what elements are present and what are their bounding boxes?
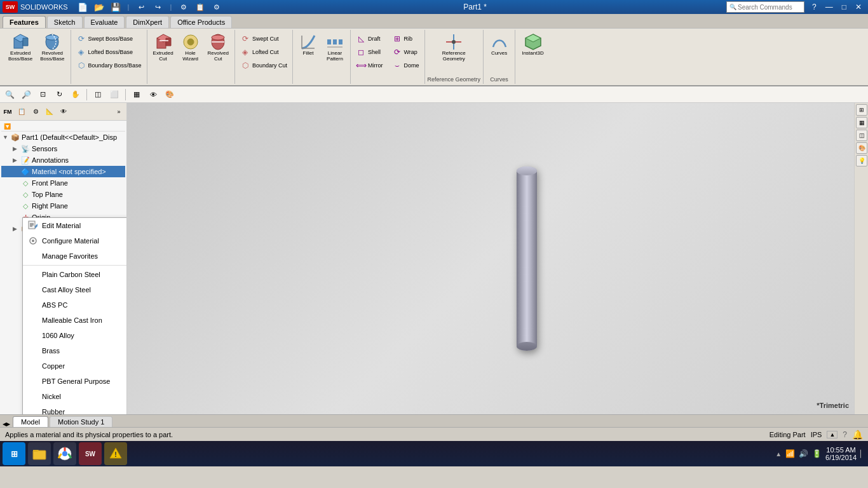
display-pane-btn[interactable]: ▦ xyxy=(856,117,867,128)
ctx-configure-material[interactable]: Configure Material xyxy=(23,233,127,248)
save-btn[interactable]: 💾 xyxy=(109,0,123,14)
tray-arrow[interactable]: ▲ xyxy=(775,451,782,458)
dome-btn[interactable]: ⌣ Dome xyxy=(390,59,422,72)
tree-item-front-plane[interactable]: ◇ Front Plane xyxy=(1,177,125,189)
view-settings-btn[interactable]: ⊞ xyxy=(856,104,867,116)
scene-btn[interactable]: 💡 xyxy=(856,155,867,166)
help-btn[interactable]: ? xyxy=(808,1,820,13)
ctx-abs-pc[interactable]: ABS PC xyxy=(23,297,127,313)
ctx-manage-favorites[interactable]: Manage Favorites xyxy=(23,248,127,264)
tab-dimxpert[interactable]: DimXpert xyxy=(126,16,169,28)
units-toggle-btn[interactable]: ▲ xyxy=(827,431,837,438)
minimize-btn[interactable]: — xyxy=(822,1,837,13)
swept-cut-btn[interactable]: ⟳ Swept Cut xyxy=(238,32,290,45)
ctx-pbt[interactable]: PBT General Purpose xyxy=(23,374,127,389)
tree-item-part1[interactable]: ▼ 📦 Part1 (Default<<Default>_Disp xyxy=(1,132,125,143)
file-props-btn[interactable]: 📋 xyxy=(193,0,207,14)
tab-features[interactable]: Features xyxy=(3,16,46,28)
display-manager-btn[interactable]: 👁 xyxy=(57,105,70,118)
rib-btn[interactable]: ⊞ Rib xyxy=(390,32,422,45)
boundary-boss-base-btn[interactable]: ⬡ Boundary Boss/Base xyxy=(74,59,144,72)
boundary-cut-btn[interactable]: ⬡ Boundary Cut xyxy=(238,59,290,72)
ctx-nickel[interactable]: Nickel xyxy=(23,389,127,404)
section-view-btn[interactable]: ◫ xyxy=(91,88,105,102)
taskbar-yellow-app[interactable] xyxy=(104,442,127,465)
tree-item-sensors[interactable]: ▶ 📡 Sensors xyxy=(1,143,125,154)
lofted-boss-base-btn[interactable]: ◈ Lofted Boss/Base xyxy=(74,46,144,58)
curves-icon xyxy=(491,33,508,51)
new-file-btn[interactable]: 📄 xyxy=(76,0,90,14)
tab-motion-study-1[interactable]: Motion Study 1 xyxy=(50,416,112,427)
help-right-btn[interactable]: ? xyxy=(843,430,847,439)
config-manager-btn[interactable]: ⚙ xyxy=(29,105,42,118)
tab-model[interactable]: Model xyxy=(13,416,48,427)
tree-item-top-plane[interactable]: ◇ Top Plane xyxy=(1,189,125,200)
ctx-malleable-cast-iron[interactable]: Malleable Cast Iron xyxy=(23,313,127,328)
draft-btn[interactable]: ◺ Draft xyxy=(353,32,386,45)
restore-btn[interactable]: □ xyxy=(838,1,850,13)
hole-wizard-btn[interactable]: HoleWizard xyxy=(178,31,203,64)
appearance-right-btn[interactable]: 🎨 xyxy=(856,142,867,154)
revolved-boss-base-btn[interactable]: RevolvedBoss/Base xyxy=(37,31,67,64)
redo-btn[interactable]: ↪ xyxy=(151,0,165,14)
property-manager-btn[interactable]: 📋 xyxy=(15,105,28,118)
undo-btn[interactable]: ↩ xyxy=(134,0,148,14)
taskbar-explorer[interactable] xyxy=(28,442,51,465)
tab-next-btn[interactable]: ▶ xyxy=(6,421,10,427)
close-btn[interactable]: ✕ xyxy=(851,1,865,13)
tab-office-products[interactable]: Office Products xyxy=(170,16,232,28)
open-file-btn[interactable]: 📂 xyxy=(92,0,106,14)
ctx-rubber[interactable]: Rubber xyxy=(23,404,127,414)
ctx-cast-alloy-steel[interactable]: Cast Alloy Steel xyxy=(23,282,127,297)
rotate-btn[interactable]: ↻ xyxy=(52,88,66,102)
linear-pattern-btn[interactable]: LinearPattern xyxy=(322,31,348,64)
dim-xpert-manager-btn[interactable]: 📐 xyxy=(43,105,56,118)
tree-item-material[interactable]: 🔷 Material <not specified> xyxy=(1,166,125,177)
ctx-plain-carbon-steel[interactable]: Plain Carbon Steel xyxy=(23,267,127,282)
reference-geometry-btn[interactable]: ReferenceGeometry xyxy=(439,31,469,64)
system-clock[interactable]: 10:55 AM 6/19/2014 xyxy=(825,446,857,461)
swept-boss-base-btn[interactable]: ⟳ Swept Boss/Base xyxy=(74,32,144,45)
rebuild-btn[interactable]: ⚙ xyxy=(177,0,191,14)
taskbar-chrome[interactable] xyxy=(53,442,76,465)
appearance-btn[interactable]: 🎨 xyxy=(163,88,177,102)
ctx-brass[interactable]: Brass xyxy=(23,343,127,358)
hide-show-btn[interactable]: 👁 xyxy=(146,88,160,102)
show-desktop-btn[interactable]: ▏ xyxy=(860,450,865,458)
tab-sketch[interactable]: Sketch xyxy=(47,16,83,28)
tree-filter[interactable]: 🔽 xyxy=(1,122,125,132)
tab-evaluate[interactable]: Evaluate xyxy=(84,16,125,28)
lofted-cut-btn[interactable]: ◈ Lofted Cut xyxy=(238,46,290,58)
ctx-1060-alloy[interactable]: 1060 Alloy xyxy=(23,328,127,343)
shell-label: Shell xyxy=(368,49,381,55)
zoom-in-btn[interactable]: 🔍 xyxy=(3,88,17,102)
shell-btn[interactable]: ◻ Shell xyxy=(353,46,386,58)
view-orientation-btn[interactable]: ⬜ xyxy=(107,88,121,102)
taskbar-solidworks[interactable]: SW xyxy=(79,442,102,465)
feature-manager-btn[interactable]: FM xyxy=(1,105,14,118)
instant3d-btn[interactable]: Instant3D xyxy=(519,31,546,58)
ctx-edit-material[interactable]: Edit Material xyxy=(23,218,127,233)
fillet-btn[interactable]: Fillet xyxy=(295,31,321,58)
extruded-boss-base-btn[interactable]: ExtrudedBoss/Base xyxy=(5,31,36,64)
curves-btn[interactable]: Curves xyxy=(487,31,512,58)
expand-panel-btn[interactable]: » xyxy=(112,105,125,118)
mirror-btn[interactable]: ⟺ Mirror xyxy=(353,59,386,72)
ctx-copper[interactable]: Copper xyxy=(23,358,127,374)
options-btn[interactable]: ⚙ xyxy=(210,0,224,14)
viewport[interactable]: *Trimetric xyxy=(127,103,854,414)
search-input[interactable] xyxy=(738,4,801,11)
zoom-all-btn[interactable]: ⊡ xyxy=(36,88,50,102)
tree-item-right-plane[interactable]: ◇ Right Plane xyxy=(1,200,125,212)
revolved-cut-btn[interactable]: RevolvedCut xyxy=(205,31,232,64)
extruded-boss-label: ExtrudedBoss/Base xyxy=(8,51,32,62)
tree-item-annotations[interactable]: ▶ 📝 Annotations xyxy=(1,154,125,166)
viewport-layout-btn[interactable]: ◫ xyxy=(856,130,867,141)
display-style-btn[interactable]: ▦ xyxy=(130,88,144,102)
wrap-btn[interactable]: ⟳ Wrap xyxy=(390,46,422,58)
context-menu: Edit Material Configure Material Manage … xyxy=(22,217,127,414)
pan-btn[interactable]: ✋ xyxy=(69,88,83,102)
extruded-cut-btn[interactable]: ExtrudedCut xyxy=(150,31,177,64)
zoom-out-btn[interactable]: 🔎 xyxy=(19,88,33,102)
start-button[interactable]: ⊞ xyxy=(3,442,25,465)
